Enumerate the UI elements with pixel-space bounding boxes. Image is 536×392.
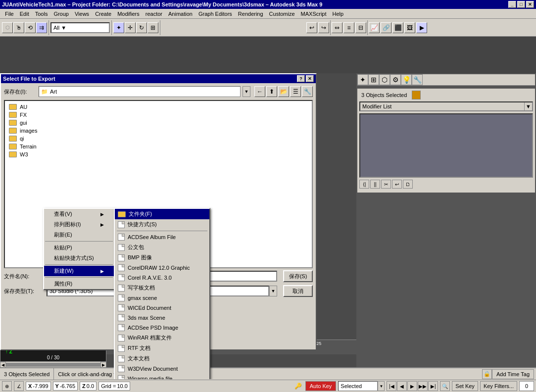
menu-group[interactable]: Group (50, 10, 72, 18)
sub-gmax[interactable]: gmax scene (115, 293, 209, 303)
sub-bmp[interactable]: BMP 图像 (115, 252, 209, 263)
file-item-AU[interactable]: AU (7, 103, 310, 111)
auto-key-btn[interactable]: Auto Key (305, 381, 337, 391)
x-coord-field[interactable]: X -7.999 (26, 382, 51, 391)
ctx-refresh[interactable]: 刷新(E) (44, 230, 114, 240)
ctx-view[interactable]: 查看(V) ▶ (44, 209, 114, 219)
menu-create[interactable]: Create (92, 10, 114, 18)
toolbar-btn-3[interactable]: ⟲ (25, 22, 36, 33)
key-filters-btn[interactable]: Key Filters... (480, 381, 517, 391)
panel-pause-btn[interactable]: || (370, 180, 380, 189)
tab-utilities[interactable]: 🔧 (412, 74, 423, 85)
sub-w3dview[interactable]: W3DView Document (115, 364, 209, 374)
sub-acdsee-album[interactable]: ACDSee Album File (115, 232, 209, 242)
file-item-W3[interactable]: W3 (7, 150, 310, 158)
sub-text[interactable]: 文本文档 (115, 353, 209, 364)
rotate-btn[interactable]: ↻ (136, 22, 147, 33)
scroll-track-h[interactable] (6, 363, 100, 367)
sub-acdsee-psd[interactable]: ACDSee PSD Image (115, 323, 209, 333)
file-item-Terrain[interactable]: Terrain (7, 143, 310, 150)
menu-modifiers[interactable]: Modifiers (114, 10, 143, 18)
toolbar-btn-2[interactable]: 🖱 (13, 22, 24, 33)
file-item-qi[interactable]: qi (7, 135, 310, 143)
ctx-paste[interactable]: 粘贴(P) (44, 243, 114, 253)
menu-rendering[interactable]: Rendering (235, 10, 266, 18)
cancel-button[interactable]: 取消 (283, 285, 313, 297)
selected-arrow[interactable]: ▼ (378, 381, 385, 391)
menu-graph-editors[interactable]: Graph Editors (195, 10, 235, 18)
grid-field[interactable]: Grid = 10.0 (98, 382, 130, 391)
color-swatch[interactable] (412, 91, 421, 99)
tab-motion[interactable]: ⚙ (390, 74, 401, 85)
snap-3d-btn[interactable]: ⊕ (2, 381, 12, 391)
render-scene-btn[interactable]: 🖼 (404, 22, 415, 33)
snap-angle-btn[interactable]: ∠ (14, 381, 24, 391)
menu-edit[interactable]: Edit (17, 10, 32, 18)
dialog-close-btn[interactable]: ✕ (306, 75, 314, 82)
sub-folder[interactable]: 文件夹(F) (115, 209, 209, 219)
sub-briefcase[interactable]: 公文包 (115, 242, 209, 252)
scale-btn[interactable]: ⊞ (147, 22, 158, 33)
next-frame-btn[interactable]: ▶| (428, 381, 438, 391)
menu-maxscript[interactable]: MAXScript (298, 10, 330, 18)
dialog-up-btn[interactable]: ⬆ (266, 86, 277, 97)
menu-customize[interactable]: Customize (266, 10, 298, 18)
dialog-tools-btn[interactable]: 🔧 (302, 86, 313, 97)
sub-shortcut[interactable]: 快捷方式(S) (115, 219, 209, 230)
curve-editor-btn[interactable]: 📈 (369, 22, 380, 33)
ctx-new[interactable]: 新建(W) ▶ (44, 266, 114, 276)
file-item-gui[interactable]: gui (7, 119, 310, 127)
filetype-combo-arrow[interactable]: ▼ (269, 286, 277, 296)
tab-display[interactable]: 💡 (401, 74, 412, 85)
panel-new-btn[interactable]: 🗋 (403, 180, 413, 189)
select-btn[interactable]: ✦ (113, 22, 124, 33)
z-coord-field[interactable]: Z 0.0 (80, 382, 97, 391)
dialog-back-btn[interactable]: ← (254, 86, 265, 97)
panel-pin-btn[interactable]: ⟨| (359, 180, 369, 189)
close-button[interactable]: ✕ (526, 1, 534, 8)
sub-winamp[interactable]: Winamp media file (115, 374, 209, 379)
set-key-btn[interactable]: Set Key (452, 381, 478, 391)
go-start-btn[interactable]: |◀ (387, 381, 396, 391)
modifier-list-combo[interactable]: Modifier List ▼ (359, 101, 533, 111)
save-in-combo-arrow[interactable]: ▼ (243, 86, 250, 97)
prev-frame-btn[interactable]: ◀ (397, 381, 407, 391)
align-btn[interactable]: ≡ (343, 22, 354, 33)
sub-wordpad[interactable]: 写字板文档 (115, 283, 209, 293)
file-item-FX[interactable]: FX (7, 111, 310, 119)
lock-btn[interactable]: 🔒 (482, 369, 492, 379)
play-all-btn[interactable]: ▶▶ (418, 381, 428, 391)
selection-filter-combo[interactable]: All ▼ (50, 22, 110, 33)
quick-render-btn[interactable]: ▶ (416, 22, 427, 33)
tab-create[interactable]: ✦ (357, 74, 368, 85)
save-in-combo[interactable]: 📁 Art (39, 86, 241, 97)
sub-rave[interactable]: Corel R.A.V.E. 3.0 (115, 273, 209, 283)
menu-file[interactable]: File (2, 10, 17, 18)
ctx-properties[interactable]: 属性(R) (44, 279, 114, 289)
undo-btn[interactable]: ↩ (306, 22, 317, 33)
tab-modify[interactable]: ⊞ (368, 74, 379, 85)
menu-tools[interactable]: Tools (32, 10, 51, 18)
toolbar-btn-1[interactable]: ⬡ (2, 22, 13, 33)
add-time-tag-btn[interactable]: Add Time Tag (492, 369, 534, 379)
modifier-list-arrow[interactable]: ▼ (524, 102, 532, 110)
modifier-stack[interactable] (359, 113, 533, 178)
ctx-arrange[interactable]: 排列图标(I) ▶ (44, 219, 114, 230)
sub-winrar[interactable]: WinRAR 档案文件 (115, 333, 209, 343)
save-button[interactable]: 保存(S) (283, 270, 313, 282)
menu-reactor[interactable]: reactor (143, 10, 165, 18)
sub-rtf[interactable]: RTF 文档 (115, 343, 209, 353)
file-item-images[interactable]: images (7, 127, 310, 135)
dialog-view-toggle-btn[interactable]: ☰ (290, 86, 301, 97)
play-btn[interactable]: ▶ (407, 381, 417, 391)
ctx-paste-shortcut[interactable]: 粘贴快捷方式(S) (44, 253, 114, 263)
sub-3dsmax[interactable]: 3ds max Scene (115, 313, 209, 323)
layer-btn[interactable]: ⊟ (355, 22, 366, 33)
mirror-btn[interactable]: ⇔ (332, 22, 342, 33)
menu-views[interactable]: Views (72, 10, 92, 18)
schematic-btn[interactable]: 🔗 (381, 22, 391, 33)
menu-help[interactable]: Help (330, 10, 347, 18)
sub-coreldraw[interactable]: CorelDRAW 12.0 Graphic (115, 263, 209, 273)
maximize-button[interactable]: □ (517, 1, 525, 8)
redo-btn[interactable]: ↪ (318, 22, 329, 33)
